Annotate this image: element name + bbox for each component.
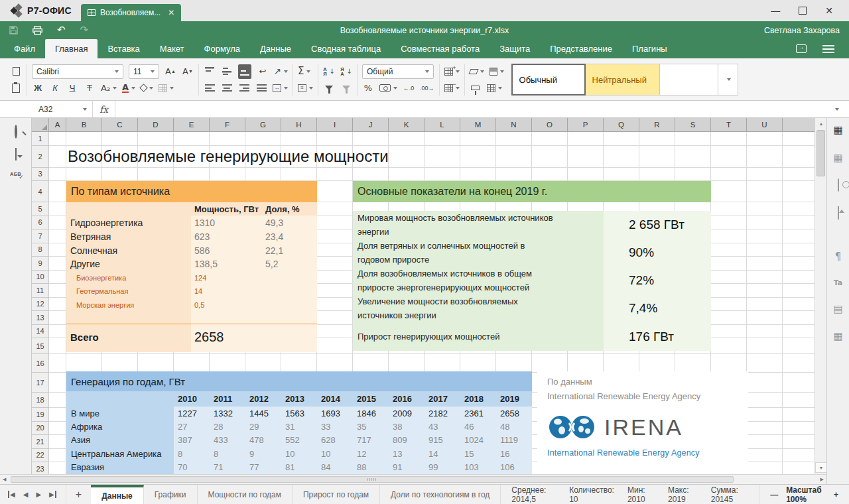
ribbon-tab[interactable]: Главная [45,39,98,58]
row-header[interactable]: 17 [32,373,49,393]
insert-function-button[interactable]: fx [93,101,115,117]
ribbon-tab[interactable]: Совместная работа [391,39,490,58]
clear-filter-button[interactable] [340,81,352,95]
increase-decimal-button[interactable]: .00→ [420,81,434,95]
save-icon[interactable] [9,26,18,34]
font-color-button[interactable]: A [122,81,135,95]
sheet-tab[interactable]: Данные [91,485,144,504]
sort-descending-button[interactable]: ЯА↓ [340,64,352,79]
cell-name-box[interactable]: A32 [32,101,93,117]
column-header[interactable]: R [639,118,675,132]
column-header[interactable]: P [568,118,604,132]
column-header[interactable]: J [353,118,389,132]
number-format-select[interactable]: Общий [362,64,434,79]
zoom-in-button[interactable]: + [834,490,838,499]
align-bottom-button[interactable] [238,64,251,79]
view-settings-icon[interactable] [822,45,834,53]
row-header[interactable]: 15 [32,338,49,354]
increase-font-button[interactable]: A▲ [164,64,176,79]
column-header[interactable]: N [496,118,532,132]
scroll-up-icon[interactable]: ▲ [815,118,827,129]
percent-style-button[interactable]: % [362,81,374,95]
row-header[interactable]: 3 [32,168,49,182]
sheet-tab[interactable]: Доли по технологиям в год [380,485,501,504]
ribbon-tab[interactable]: Защита [490,39,540,58]
select-all-corner[interactable] [32,118,49,132]
user-name[interactable]: Светлана Захарова [764,26,840,35]
next-sheet-icon[interactable]: ▶ [36,491,41,498]
column-header[interactable]: D [138,118,174,132]
pivot-settings-icon[interactable]: ▦ [833,331,842,342]
autosum-button[interactable]: Σ [298,64,310,79]
column-header[interactable]: B [66,118,102,132]
paste-button[interactable] [10,81,22,95]
row-header[interactable]: 14 [32,325,49,339]
search-icon[interactable] [15,126,17,138]
shape-settings-icon[interactable] [838,180,839,191]
sheet-tab[interactable]: Прирост по годам [293,485,380,504]
row-header[interactable]: 18 [32,393,49,408]
spellcheck-icon[interactable]: АБВ✓ [10,171,21,177]
column-header[interactable]: E [174,118,210,132]
ribbon-tab[interactable]: Сводная таблица [301,39,391,58]
row-header[interactable]: 20 [32,422,49,436]
filter-button[interactable] [323,81,335,95]
sort-ascending-button[interactable]: АЯ↓ [323,64,335,79]
grid-canvas[interactable]: Возобновляемые генерирующие мощности По … [49,132,815,474]
ribbon-tab[interactable]: Макет [150,39,194,58]
font-size-select[interactable]: 11 [129,64,159,79]
styles-gallery-expand-button[interactable] [718,64,738,95]
font-name-select[interactable]: Calibri [32,64,123,79]
column-header[interactable]: L [424,118,460,132]
column-header[interactable]: H [281,118,317,132]
ribbon-tab[interactable]: Файл [4,39,45,58]
close-button[interactable]: ✕ [825,6,833,15]
slicer-settings-icon[interactable]: ▤ [833,304,842,315]
strikethrough-button[interactable]: Ŧ [84,81,96,95]
row-header[interactable]: 1 [32,132,49,146]
row-header[interactable]: 21 [32,435,49,449]
copy-style-button[interactable] [470,81,482,95]
vertical-scroll-thumb[interactable] [816,130,825,176]
undo-icon[interactable]: ↶ [57,25,66,35]
textart-settings-icon[interactable]: Ta [834,279,843,287]
ribbon-tab[interactable]: Данные [250,39,301,58]
row-header[interactable]: 6 [32,216,49,230]
minimize-button[interactable]: — [771,6,780,15]
print-icon[interactable] [33,26,42,35]
ribbon-tab[interactable]: Плагины [622,39,677,58]
add-sheet-button[interactable]: + [66,485,91,504]
row-header[interactable]: 11 [32,284,49,298]
row-header[interactable]: 22 [32,449,49,463]
align-middle-button[interactable] [221,64,233,79]
align-left-button[interactable] [204,81,216,95]
row-header[interactable]: 7 [32,229,49,243]
row-header[interactable]: 2 [32,146,49,168]
align-center-button[interactable] [221,81,233,95]
sheet-tab[interactable]: Мощности по годам [198,485,293,504]
open-file-location-icon[interactable] [796,44,807,53]
expand-formula-bar-button[interactable] [822,101,849,117]
comments-icon[interactable] [15,149,17,160]
column-header[interactable]: S [675,118,711,132]
row-header[interactable]: 13 [32,311,49,325]
column-header[interactable]: M [460,118,496,132]
italic-button[interactable]: К [49,81,61,95]
row-header[interactable]: 12 [32,298,49,312]
clear-button[interactable] [470,64,484,79]
column-header[interactable]: C [102,118,138,132]
column-header[interactable]: I [317,118,353,132]
insert-cells-button[interactable]: + [444,64,460,79]
column-header[interactable]: G [245,118,281,132]
table-settings-icon[interactable]: ▦ [833,153,842,164]
horizontal-scroll-thumb[interactable] [11,476,734,483]
column-header[interactable]: F [210,118,245,132]
vertical-scrollbar[interactable]: ▲ ▼ [815,118,826,474]
cell-style-empty[interactable] [660,64,718,95]
row-header[interactable]: 10 [32,271,49,284]
named-ranges-button[interactable]: ≡ [298,81,313,95]
column-header[interactable]: A [49,118,66,132]
ribbon-tab[interactable]: Вставка [98,39,149,58]
formula-input[interactable] [115,101,822,117]
row-header[interactable]: 16 [32,354,49,373]
